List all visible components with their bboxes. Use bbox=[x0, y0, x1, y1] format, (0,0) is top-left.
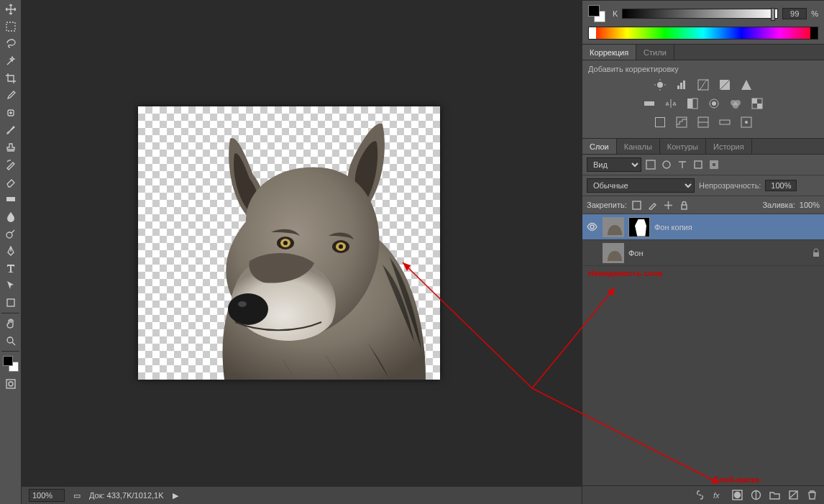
brightness-icon[interactable] bbox=[652, 78, 668, 92]
bw-icon[interactable] bbox=[685, 96, 700, 111]
exposure-icon[interactable] bbox=[717, 78, 733, 92]
stamp-tool-icon[interactable] bbox=[2, 139, 19, 155]
tab-history[interactable]: История bbox=[706, 139, 752, 154]
panel-swatches[interactable] bbox=[588, 5, 605, 22]
new-adjustment-icon[interactable] bbox=[749, 489, 762, 502]
new-group-icon[interactable] bbox=[768, 489, 781, 502]
new-layer-icon[interactable] bbox=[787, 489, 800, 502]
add-adjustment-label: Добавить корректировку bbox=[588, 65, 818, 73]
levels-icon[interactable] bbox=[674, 78, 690, 92]
visibility-toggle[interactable] bbox=[585, 221, 598, 234]
mask-thumbnail[interactable] bbox=[628, 217, 650, 237]
lock-transparent-icon[interactable] bbox=[631, 199, 643, 211]
zoom-tool-icon[interactable] bbox=[2, 333, 19, 349]
filter-adjust-icon[interactable] bbox=[660, 158, 673, 171]
tab-adjustments[interactable]: Коррекция bbox=[582, 45, 636, 60]
history-brush-icon[interactable] bbox=[2, 157, 19, 173]
brush-tool-icon[interactable] bbox=[2, 122, 19, 138]
svg-rect-26 bbox=[644, 101, 654, 106]
vibrance-icon[interactable] bbox=[738, 78, 754, 92]
lasso-tool-icon[interactable] bbox=[2, 36, 19, 52]
move-tool-icon[interactable] bbox=[2, 1, 19, 17]
eyedropper-tool-icon[interactable] bbox=[2, 88, 19, 104]
svg-point-57 bbox=[734, 492, 740, 498]
chevron-right-icon[interactable]: ▶ bbox=[173, 491, 178, 500]
quickmask-icon[interactable] bbox=[2, 376, 19, 392]
wand-tool-icon[interactable] bbox=[2, 53, 19, 69]
blur-tool-icon[interactable] bbox=[2, 209, 19, 224]
threshold-icon[interactable] bbox=[695, 115, 711, 129]
selective-icon[interactable] bbox=[738, 115, 754, 129]
posterize-icon[interactable] bbox=[674, 115, 690, 129]
svg-point-9 bbox=[238, 301, 247, 307]
k-slider[interactable] bbox=[622, 9, 778, 19]
layers-panel: Слои Каналы Контуры История Вид Обычные … bbox=[582, 138, 824, 504]
lock-position-icon[interactable] bbox=[663, 199, 674, 211]
add-mask-icon[interactable] bbox=[731, 489, 743, 502]
type-tool-icon[interactable] bbox=[2, 260, 19, 276]
mixer-icon[interactable] bbox=[728, 96, 743, 111]
gradient-map-icon[interactable] bbox=[717, 115, 733, 129]
invert-icon[interactable] bbox=[652, 115, 668, 129]
link-layers-icon[interactable] bbox=[693, 489, 706, 502]
svg-rect-54 bbox=[813, 252, 819, 257]
tab-channels[interactable]: Каналы bbox=[617, 139, 660, 154]
layer-thumbnail[interactable] bbox=[603, 217, 624, 237]
lock-paint-icon[interactable] bbox=[647, 199, 659, 211]
layer-row[interactable]: Фон копия bbox=[582, 214, 824, 240]
svg-point-15 bbox=[339, 244, 343, 249]
photo-filter-icon[interactable] bbox=[706, 96, 722, 111]
color-panel: K 99 % bbox=[582, 0, 824, 44]
fx-icon[interactable]: fx bbox=[712, 489, 725, 502]
spectrum-bar[interactable] bbox=[588, 27, 818, 40]
zoom-field[interactable] bbox=[29, 489, 65, 502]
layer-name: Фон копия bbox=[654, 223, 821, 232]
svg-point-16 bbox=[657, 82, 663, 88]
pen-tool-icon[interactable] bbox=[2, 243, 19, 259]
filter-shape-icon[interactable] bbox=[692, 158, 705, 171]
svg-rect-50 bbox=[682, 205, 687, 209]
eraser-tool-icon[interactable] bbox=[2, 174, 19, 190]
visibility-toggle[interactable] bbox=[585, 247, 598, 260]
dodge-tool-icon[interactable] bbox=[2, 226, 19, 242]
lock-all-icon[interactable] bbox=[679, 199, 690, 211]
tab-paths[interactable]: Контуры bbox=[660, 139, 706, 154]
filter-image-icon[interactable] bbox=[644, 158, 657, 171]
lookup-icon[interactable] bbox=[749, 96, 765, 111]
svg-point-45 bbox=[663, 161, 670, 168]
document-canvas[interactable] bbox=[138, 106, 440, 380]
svg-point-51 bbox=[590, 225, 594, 229]
svg-point-8 bbox=[228, 293, 268, 325]
shape-tool-icon[interactable] bbox=[2, 295, 19, 311]
layer-thumbnail[interactable] bbox=[603, 243, 624, 263]
doc-info: Док: 433,7K/1012,1K bbox=[89, 491, 164, 500]
filter-smart-icon[interactable] bbox=[708, 158, 720, 171]
curves-icon[interactable] bbox=[695, 78, 711, 92]
marquee-tool-icon[interactable] bbox=[2, 19, 19, 35]
svg-rect-35 bbox=[752, 98, 757, 104]
blend-mode-select[interactable]: Обычные bbox=[587, 178, 695, 193]
color-swatches[interactable] bbox=[3, 356, 19, 372]
healing-tool-icon[interactable] bbox=[2, 105, 19, 121]
canvas-area[interactable] bbox=[22, 0, 582, 486]
svg-rect-39 bbox=[677, 117, 687, 127]
status-icon: ▭ bbox=[73, 491, 81, 500]
svg-rect-0 bbox=[6, 22, 15, 31]
balance-icon[interactable] bbox=[663, 96, 679, 111]
filter-type-icon[interactable] bbox=[676, 158, 689, 171]
gradient-tool-icon[interactable] bbox=[2, 191, 19, 207]
layer-row[interactable]: Фон bbox=[582, 240, 824, 266]
hue-icon[interactable] bbox=[641, 96, 657, 111]
tab-styles[interactable]: Стили bbox=[636, 45, 674, 60]
svg-rect-48 bbox=[712, 162, 716, 167]
opacity-value[interactable]: 100% bbox=[765, 180, 797, 191]
fill-value[interactable]: 100% bbox=[800, 201, 820, 209]
delete-layer-icon[interactable] bbox=[805, 489, 818, 502]
path-select-icon[interactable] bbox=[2, 278, 19, 293]
layer-filter-select[interactable]: Вид bbox=[587, 157, 641, 172]
k-value[interactable]: 99 bbox=[782, 8, 807, 19]
tab-layers[interactable]: Слои bbox=[582, 139, 617, 154]
hand-tool-icon[interactable] bbox=[2, 316, 19, 331]
svg-rect-22 bbox=[680, 83, 682, 89]
crop-tool-icon[interactable] bbox=[2, 70, 19, 86]
